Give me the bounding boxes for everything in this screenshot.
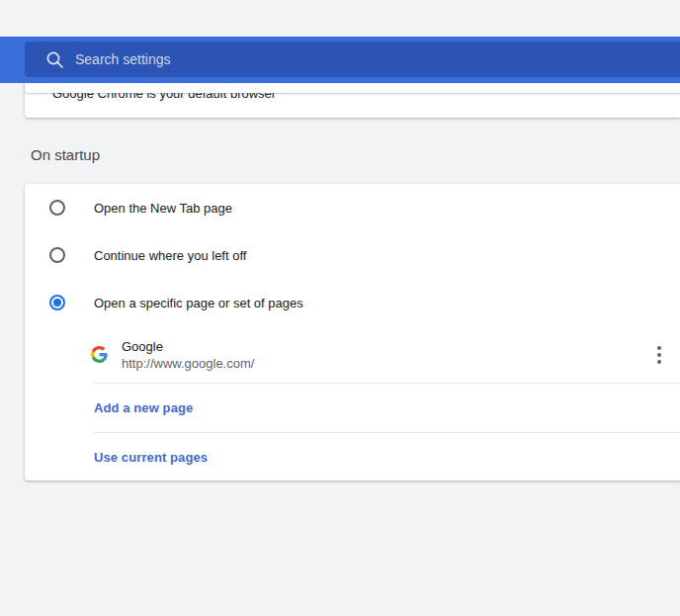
previous-card-remnant (25, 83, 680, 93)
startup-page-url: http://www.google.com/ (122, 355, 254, 372)
on-startup-card: Open the New Tab page Continue where you… (25, 184, 680, 481)
radio-label: Continue where you left off (94, 248, 246, 263)
use-current-pages-row[interactable]: Use current pages (94, 432, 680, 481)
search-input[interactable] (75, 51, 670, 67)
add-new-page-row[interactable]: Add a new page (94, 383, 680, 432)
startup-page-row: Google http://www.google.com/ (25, 326, 680, 383)
startup-page-info: Google http://www.google.com/ (122, 338, 254, 372)
radio-button[interactable] (49, 295, 65, 310)
page-options-kebab-icon[interactable] (645, 341, 673, 369)
radio-label: Open a specific page or set of pages (94, 296, 303, 310)
section-title-on-startup: On startup (31, 146, 680, 164)
add-new-page-button[interactable]: Add a new page (94, 400, 193, 415)
startup-page-title: Google (122, 338, 254, 355)
settings-toolbar (0, 37, 680, 83)
use-current-pages-button[interactable]: Use current pages (94, 450, 208, 465)
google-favicon-icon (91, 346, 108, 363)
search-icon (45, 50, 64, 69)
radio-button[interactable] (49, 247, 65, 263)
chrome-settings-page: Default browser Google Chrome is your de… (0, 37, 680, 616)
radio-label: Open the New Tab page (94, 201, 232, 216)
startup-option-continue[interactable]: Continue where you left off (25, 231, 680, 279)
settings-search-field[interactable] (25, 42, 680, 77)
startup-option-new-tab[interactable]: Open the New Tab page (25, 184, 680, 231)
radio-button[interactable] (49, 200, 65, 216)
startup-option-specific-pages[interactable]: Open a specific page or set of pages (25, 279, 680, 326)
